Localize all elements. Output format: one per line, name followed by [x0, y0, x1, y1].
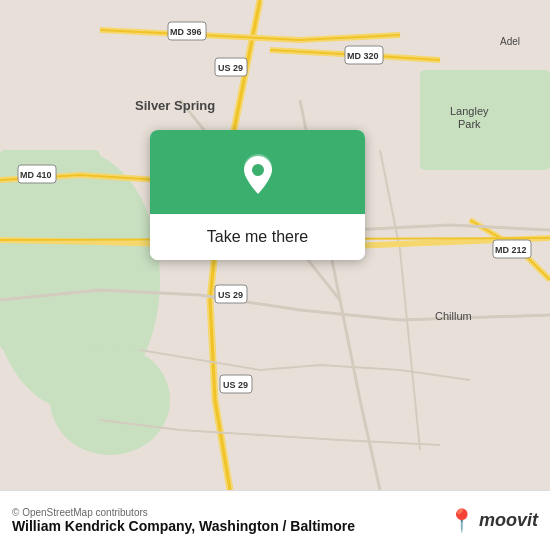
map-container: Silver Spring Langley Park Chillum Adel … — [0, 0, 550, 490]
svg-text:Adel: Adel — [500, 36, 520, 47]
svg-text:US 29: US 29 — [218, 290, 243, 300]
svg-text:MD 212: MD 212 — [495, 245, 527, 255]
svg-point-5 — [50, 345, 170, 455]
svg-text:Langley: Langley — [450, 105, 489, 117]
bottom-bar: © OpenStreetMap contributors William Ken… — [0, 490, 550, 550]
popup-green-area — [150, 130, 365, 214]
moovit-pin-icon: 📍 — [448, 508, 475, 534]
svg-text:MD 320: MD 320 — [347, 51, 379, 61]
svg-text:MD 396: MD 396 — [170, 27, 202, 37]
svg-text:Park: Park — [458, 118, 481, 130]
popup-card: Take me there — [150, 130, 365, 260]
svg-text:US 29: US 29 — [218, 63, 243, 73]
svg-text:Chillum: Chillum — [435, 310, 472, 322]
location-name: William Kendrick Company, Washington / B… — [12, 518, 448, 534]
svg-text:MD 410: MD 410 — [20, 170, 52, 180]
svg-text:Silver Spring: Silver Spring — [135, 98, 215, 113]
svg-text:US 29: US 29 — [223, 380, 248, 390]
svg-rect-4 — [420, 70, 550, 170]
moovit-brand-text: moovit — [479, 510, 538, 531]
moovit-logo[interactable]: 📍 moovit — [448, 508, 538, 534]
location-pin-icon — [236, 152, 280, 196]
bottom-info: © OpenStreetMap contributors William Ken… — [12, 507, 448, 534]
take-me-there-button[interactable]: Take me there — [150, 214, 365, 260]
attribution: © OpenStreetMap contributors — [12, 507, 448, 518]
svg-point-26 — [252, 164, 264, 176]
